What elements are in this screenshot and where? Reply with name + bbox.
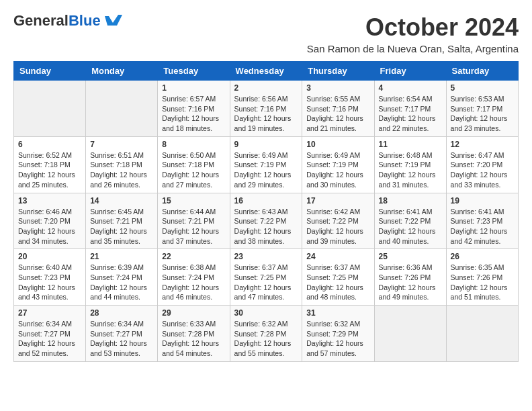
day-info: Sunrise: 6:39 AM Sunset: 7:24 PM Dayligh…	[90, 263, 153, 302]
day-number: 17	[306, 196, 369, 205]
weekday-header-wednesday: Wednesday	[230, 62, 302, 81]
day-number: 11	[379, 140, 442, 149]
day-info: Sunrise: 6:45 AM Sunset: 7:21 PM Dayligh…	[90, 207, 153, 246]
location-subtitle: San Ramon de la Nueva Oran, Salta, Argen…	[307, 43, 519, 54]
calendar-cell: 21Sunrise: 6:39 AM Sunset: 7:24 PM Dayli…	[86, 249, 158, 306]
day-info: Sunrise: 6:47 AM Sunset: 7:20 PM Dayligh…	[451, 150, 514, 190]
day-info: Sunrise: 6:53 AM Sunset: 7:17 PM Dayligh…	[451, 94, 514, 134]
day-number: 26	[451, 252, 514, 261]
calendar-cell: 11Sunrise: 6:48 AM Sunset: 7:19 PM Dayli…	[374, 136, 446, 193]
calendar-cell: 31Sunrise: 6:32 AM Sunset: 7:29 PM Dayli…	[302, 306, 374, 362]
calendar-header: SundayMondayTuesdayWednesdayThursdayFrid…	[14, 62, 519, 81]
day-number: 5	[451, 83, 514, 93]
weekday-header-sunday: Sunday	[14, 62, 86, 81]
logo-text: GeneralBlue	[13, 13, 101, 28]
calendar-cell	[86, 81, 158, 137]
weekday-header-monday: Monday	[86, 62, 158, 81]
calendar-cell: 30Sunrise: 6:32 AM Sunset: 7:28 PM Dayli…	[230, 306, 302, 362]
calendar-cell: 23Sunrise: 6:37 AM Sunset: 7:25 PM Dayli…	[230, 249, 302, 306]
calendar-cell: 8Sunrise: 6:50 AM Sunset: 7:18 PM Daylig…	[158, 136, 230, 193]
day-info: Sunrise: 6:40 AM Sunset: 7:23 PM Dayligh…	[18, 263, 81, 302]
day-number: 18	[379, 196, 442, 205]
day-info: Sunrise: 6:33 AM Sunset: 7:28 PM Dayligh…	[162, 319, 225, 359]
calendar-cell: 28Sunrise: 6:34 AM Sunset: 7:27 PM Dayli…	[86, 306, 158, 362]
day-info: Sunrise: 6:44 AM Sunset: 7:21 PM Dayligh…	[162, 207, 225, 246]
day-info: Sunrise: 6:51 AM Sunset: 7:18 PM Dayligh…	[90, 150, 153, 190]
calendar-table: SundayMondayTuesdayWednesdayThursdayFrid…	[13, 61, 519, 362]
day-info: Sunrise: 6:49 AM Sunset: 7:19 PM Dayligh…	[306, 150, 369, 190]
calendar-week-row: 20Sunrise: 6:40 AM Sunset: 7:23 PM Dayli…	[14, 249, 519, 306]
day-info: Sunrise: 6:48 AM Sunset: 7:19 PM Dayligh…	[379, 150, 442, 190]
day-info: Sunrise: 6:54 AM Sunset: 7:17 PM Dayligh…	[379, 94, 442, 134]
calendar-cell	[446, 306, 518, 362]
day-info: Sunrise: 6:34 AM Sunset: 7:27 PM Dayligh…	[90, 319, 153, 359]
calendar-week-row: 1Sunrise: 6:57 AM Sunset: 7:16 PM Daylig…	[14, 81, 519, 137]
calendar-cell: 20Sunrise: 6:40 AM Sunset: 7:23 PM Dayli…	[14, 249, 86, 306]
logo-icon	[103, 13, 122, 28]
calendar-cell: 6Sunrise: 6:52 AM Sunset: 7:18 PM Daylig…	[14, 136, 86, 193]
day-info: Sunrise: 6:56 AM Sunset: 7:16 PM Dayligh…	[234, 94, 298, 134]
day-info: Sunrise: 6:42 AM Sunset: 7:22 PM Dayligh…	[306, 207, 369, 246]
weekday-header-tuesday: Tuesday	[158, 62, 230, 81]
day-number: 29	[162, 308, 225, 318]
calendar-cell	[374, 306, 446, 362]
calendar-cell: 14Sunrise: 6:45 AM Sunset: 7:21 PM Dayli…	[86, 193, 158, 249]
calendar-cell: 27Sunrise: 6:34 AM Sunset: 7:27 PM Dayli…	[14, 306, 86, 362]
weekday-header-friday: Friday	[374, 62, 446, 81]
day-info: Sunrise: 6:37 AM Sunset: 7:25 PM Dayligh…	[306, 263, 369, 302]
day-info: Sunrise: 6:38 AM Sunset: 7:24 PM Dayligh…	[162, 263, 225, 302]
day-number: 14	[90, 196, 153, 205]
day-number: 2	[234, 83, 298, 93]
day-info: Sunrise: 6:35 AM Sunset: 7:26 PM Dayligh…	[451, 263, 514, 302]
calendar-cell: 13Sunrise: 6:46 AM Sunset: 7:20 PM Dayli…	[14, 193, 86, 249]
day-info: Sunrise: 6:43 AM Sunset: 7:22 PM Dayligh…	[234, 207, 298, 246]
calendar-cell: 2Sunrise: 6:56 AM Sunset: 7:16 PM Daylig…	[230, 81, 302, 137]
day-info: Sunrise: 6:57 AM Sunset: 7:16 PM Dayligh…	[162, 94, 225, 134]
day-number: 12	[451, 140, 514, 149]
day-number: 20	[18, 252, 81, 261]
day-info: Sunrise: 6:37 AM Sunset: 7:25 PM Dayligh…	[234, 263, 298, 302]
day-number: 25	[379, 252, 442, 261]
day-number: 4	[379, 83, 442, 93]
calendar-cell: 16Sunrise: 6:43 AM Sunset: 7:22 PM Dayli…	[230, 193, 302, 249]
calendar-cell: 25Sunrise: 6:36 AM Sunset: 7:26 PM Dayli…	[374, 249, 446, 306]
calendar-cell: 19Sunrise: 6:41 AM Sunset: 7:23 PM Dayli…	[446, 193, 518, 249]
day-info: Sunrise: 6:52 AM Sunset: 7:18 PM Dayligh…	[18, 150, 81, 190]
day-number: 21	[90, 252, 153, 261]
calendar-cell: 24Sunrise: 6:37 AM Sunset: 7:25 PM Dayli…	[302, 249, 374, 306]
logo: GeneralBlue	[13, 13, 122, 28]
day-number: 23	[234, 252, 298, 261]
day-info: Sunrise: 6:49 AM Sunset: 7:19 PM Dayligh…	[234, 150, 298, 190]
day-info: Sunrise: 6:41 AM Sunset: 7:22 PM Dayligh…	[379, 207, 442, 246]
day-number: 6	[18, 140, 81, 149]
calendar-cell	[14, 81, 86, 137]
calendar-cell: 9Sunrise: 6:49 AM Sunset: 7:19 PM Daylig…	[230, 136, 302, 193]
day-number: 24	[306, 252, 369, 261]
title-section: October 2024 San Ramon de la Nueva Oran,…	[307, 13, 519, 54]
weekday-header-saturday: Saturday	[446, 62, 518, 81]
calendar-cell: 4Sunrise: 6:54 AM Sunset: 7:17 PM Daylig…	[374, 81, 446, 137]
day-info: Sunrise: 6:50 AM Sunset: 7:18 PM Dayligh…	[162, 150, 225, 190]
day-info: Sunrise: 6:34 AM Sunset: 7:27 PM Dayligh…	[18, 319, 81, 359]
month-title: October 2024	[307, 13, 519, 42]
calendar-week-row: 13Sunrise: 6:46 AM Sunset: 7:20 PM Dayli…	[14, 193, 519, 249]
calendar-cell: 22Sunrise: 6:38 AM Sunset: 7:24 PM Dayli…	[158, 249, 230, 306]
page-header: GeneralBlue October 2024 San Ramon de la…	[13, 13, 519, 54]
calendar-cell: 1Sunrise: 6:57 AM Sunset: 7:16 PM Daylig…	[158, 81, 230, 137]
calendar-cell: 29Sunrise: 6:33 AM Sunset: 7:28 PM Dayli…	[158, 306, 230, 362]
svg-marker-0	[105, 15, 122, 26]
calendar-cell: 12Sunrise: 6:47 AM Sunset: 7:20 PM Dayli…	[446, 136, 518, 193]
calendar-cell: 3Sunrise: 6:55 AM Sunset: 7:16 PM Daylig…	[302, 81, 374, 137]
day-number: 13	[18, 196, 81, 205]
day-number: 10	[306, 140, 369, 149]
day-number: 27	[18, 308, 81, 318]
day-info: Sunrise: 6:32 AM Sunset: 7:28 PM Dayligh…	[234, 319, 298, 359]
day-number: 8	[162, 140, 225, 149]
day-number: 31	[306, 308, 369, 318]
day-info: Sunrise: 6:55 AM Sunset: 7:16 PM Dayligh…	[306, 94, 369, 134]
day-number: 9	[234, 140, 298, 149]
calendar-cell: 26Sunrise: 6:35 AM Sunset: 7:26 PM Dayli…	[446, 249, 518, 306]
calendar-body: 1Sunrise: 6:57 AM Sunset: 7:16 PM Daylig…	[14, 81, 519, 362]
calendar-cell: 10Sunrise: 6:49 AM Sunset: 7:19 PM Dayli…	[302, 136, 374, 193]
calendar-cell: 5Sunrise: 6:53 AM Sunset: 7:17 PM Daylig…	[446, 81, 518, 137]
